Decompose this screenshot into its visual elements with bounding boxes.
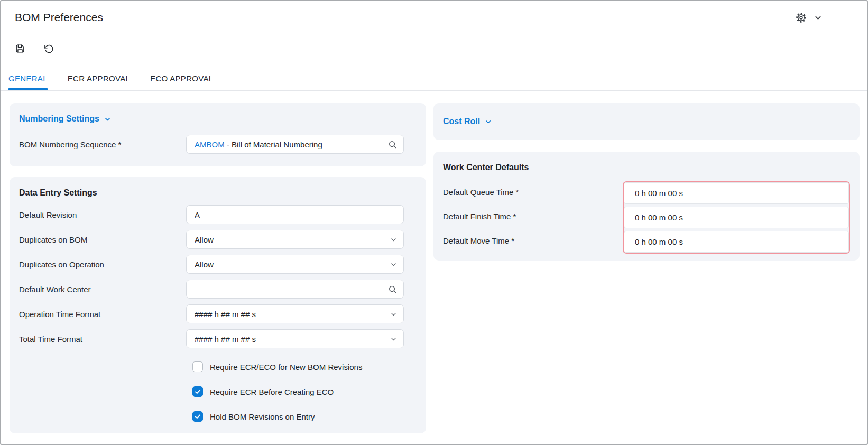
default-revision-input[interactable]: [186, 205, 404, 224]
chevron-down-icon: [814, 14, 822, 22]
gear-icon: [795, 12, 807, 24]
chevron-down-icon: [390, 261, 397, 268]
header-actions: [795, 12, 822, 24]
default-move-time-label: Default Move Time *: [443, 230, 623, 252]
default-revision-label: Default Revision: [19, 210, 186, 219]
save-button[interactable]: [15, 43, 25, 54]
checkbox-require-ecr-eco-for-new-bom-revisions[interactable]: Require ECR/ECO for New BOM Revisions: [192, 361, 417, 373]
work-center-defaults-labels: Default Queue Time * Default Finish Time…: [443, 181, 623, 254]
total-time-format-label: Total Time Format: [19, 335, 186, 344]
form-row: Default Revision: [19, 205, 417, 224]
save-icon: [15, 43, 25, 54]
select-value: #### h ## m ## s: [195, 335, 390, 344]
header-expand-button[interactable]: [814, 14, 822, 22]
default-finish-time-input[interactable]: [624, 207, 849, 228]
checkbox-label: Require ECR Before Creating ECO: [210, 387, 334, 396]
tab-label: GENERAL: [8, 74, 48, 83]
operation-time-format-select[interactable]: #### h ## m ## s: [186, 304, 404, 323]
tab-ecr-approval[interactable]: ECR APPROVAL: [67, 74, 131, 90]
lookup-value-code[interactable]: AMBOM: [195, 140, 225, 149]
duplicates-on-bom-label: Duplicates on BOM: [19, 235, 186, 244]
cost-roll-panel: Cost Roll: [433, 103, 860, 140]
checkbox-require-ecr-before-creating-eco[interactable]: Require ECR Before Creating ECO: [192, 386, 417, 397]
form-row: BOM Numbering Sequence * AMBOM - Bill of…: [19, 135, 417, 154]
chevron-down-icon: [104, 116, 111, 123]
form-row: Duplicates on BOM Allow: [19, 230, 417, 249]
select-value: #### h ## m ## s: [195, 310, 390, 319]
chevron-down-icon: [390, 311, 397, 318]
panel-title-text: Cost Roll: [443, 115, 480, 128]
time-inputs-error-group: [623, 181, 850, 254]
default-queue-time-input[interactable]: [624, 182, 849, 204]
cost-roll-header[interactable]: Cost Roll: [443, 115, 492, 128]
work-center-defaults-header: Work Center Defaults: [443, 161, 850, 174]
lookup-value-desc: - Bill of Material Numbering: [225, 140, 322, 149]
checkbox-box: [192, 411, 203, 422]
data-entry-settings-header: Data Entry Settings: [19, 187, 417, 199]
tab-general[interactable]: GENERAL: [8, 74, 48, 90]
total-time-format-select[interactable]: #### h ## m ## s: [186, 329, 404, 348]
operation-time-format-label: Operation Time Format: [19, 310, 186, 319]
tab-label: ECR APPROVAL: [68, 74, 130, 83]
checkbox-label: Require ECR/ECO for New BOM Revisions: [210, 363, 362, 372]
default-queue-time-label: Default Queue Time *: [443, 181, 623, 203]
chevron-down-icon: [390, 236, 397, 243]
page-header: BOM Preferences: [1, 1, 867, 24]
form-row: Duplicates on Operation Allow: [19, 255, 417, 274]
search-icon: [388, 140, 397, 149]
work-center-defaults-body: Default Queue Time * Default Finish Time…: [443, 181, 850, 254]
default-work-center-label: Default Work Center: [19, 285, 186, 294]
numbering-settings-header[interactable]: Numbering Settings: [19, 113, 417, 125]
default-move-time-input[interactable]: [624, 231, 849, 253]
chevron-down-icon: [390, 336, 397, 342]
data-entry-settings-panel: Data Entry Settings Default Revision Dup…: [10, 177, 426, 433]
duplicates-on-operation-label: Duplicates on Operation: [19, 260, 186, 269]
settings-gear-button[interactable]: [795, 12, 807, 24]
left-column: Numbering Settings BOM Numbering Sequenc…: [10, 103, 426, 433]
form-row: Operation Time Format #### h ## m ## s: [19, 304, 417, 323]
panel-title-text: Numbering Settings: [19, 113, 99, 125]
duplicates-on-bom-select[interactable]: Allow: [186, 230, 404, 249]
checkbox-label: Hold BOM Revisions on Entry: [210, 412, 315, 421]
form-row: Total Time Format #### h ## m ## s: [19, 329, 417, 348]
tab-bar: GENERAL ECR APPROVAL ECO APPROVAL: [1, 74, 867, 91]
page-title: BOM Preferences: [15, 11, 103, 24]
select-value: Allow: [195, 235, 390, 244]
checkbox-hold-bom-revisions-on-entry[interactable]: Hold BOM Revisions on Entry: [192, 411, 417, 422]
content-area: Numbering Settings BOM Numbering Sequenc…: [1, 91, 867, 433]
numbering-settings-panel: Numbering Settings BOM Numbering Sequenc…: [10, 103, 426, 166]
check-icon: [194, 388, 201, 395]
search-icon: [388, 285, 397, 294]
bom-preferences-window: BOM Preferences: [0, 0, 868, 445]
default-finish-time-label: Default Finish Time *: [443, 206, 623, 227]
form-row: Default Work Center: [19, 280, 417, 299]
default-work-center-lookup[interactable]: [186, 280, 404, 299]
work-center-defaults-panel: Work Center Defaults Default Queue Time …: [433, 152, 860, 261]
undo-button[interactable]: [43, 43, 54, 54]
tab-label: ECO APPROVAL: [150, 74, 213, 83]
tab-eco-approval[interactable]: ECO APPROVAL: [150, 74, 214, 90]
checkbox-box: [192, 361, 203, 372]
select-value: Allow: [195, 260, 390, 269]
chevron-down-icon: [485, 118, 492, 125]
check-icon: [194, 413, 201, 420]
toolbar: [1, 43, 867, 54]
bom-numbering-sequence-lookup[interactable]: AMBOM - Bill of Material Numbering: [186, 135, 404, 154]
lookup-value: AMBOM - Bill of Material Numbering: [195, 140, 388, 149]
undo-icon: [43, 43, 54, 54]
bom-numbering-sequence-label: BOM Numbering Sequence *: [19, 140, 186, 149]
right-column: Cost Roll Work Center Defaults Default Q…: [433, 103, 860, 433]
duplicates-on-operation-select[interactable]: Allow: [186, 255, 404, 274]
checkbox-box: [192, 386, 203, 397]
